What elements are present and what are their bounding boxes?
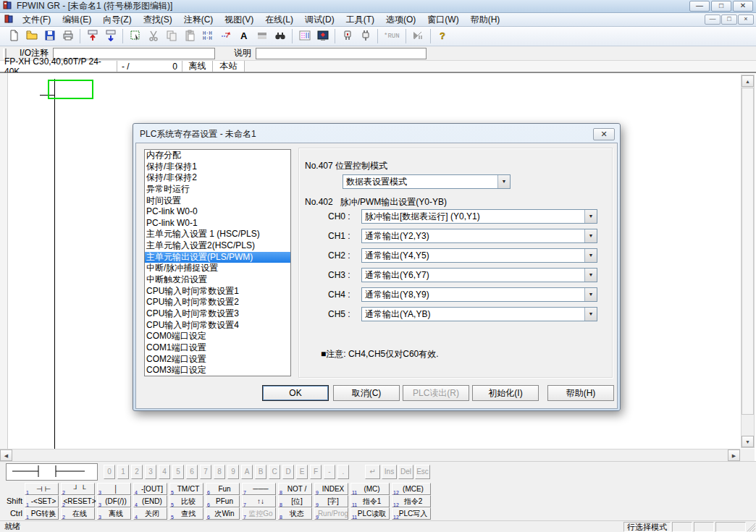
online-connect-button[interactable] bbox=[356, 28, 374, 45]
keypad-key[interactable]: - bbox=[324, 465, 335, 479]
register-category-list[interactable]: 内存分配 保持/非保持1 保持/非保持2 异常时运行 时间设置 PC-link … bbox=[144, 149, 291, 376]
dialog-button[interactable]: 帮助(H) bbox=[547, 385, 614, 401]
channel-combo[interactable]: 通常输出(Y8,Y9) ▼ bbox=[361, 287, 597, 302]
function-key[interactable]: 9 Run/Prog bbox=[314, 507, 348, 520]
dialog-titlebar[interactable]: PLC系统寄存器设置 - 未命名1 ✕ bbox=[135, 126, 618, 143]
child-restore-button[interactable]: □ bbox=[721, 14, 737, 25]
dropdown-arrow-icon[interactable]: ▼ bbox=[584, 288, 597, 301]
function-key[interactable]: 4 关闭 bbox=[133, 507, 167, 520]
register-list-item[interactable]: 保持/非保持2 bbox=[145, 172, 290, 184]
function-key[interactable]: 7 监控Go bbox=[242, 507, 276, 520]
register-list-item[interactable]: CPU输入时间常数设置2 bbox=[145, 297, 290, 308]
help-button[interactable]: ? bbox=[434, 28, 452, 45]
keypad-key[interactable]: 0 bbox=[104, 465, 115, 479]
function-key[interactable]: 9 [字] bbox=[314, 495, 348, 507]
keypad-key[interactable]: 1 bbox=[117, 465, 129, 479]
vertical-scrollbar[interactable]: ▲ ▼ bbox=[741, 75, 755, 448]
keypad-key[interactable]: ↵ bbox=[365, 465, 380, 479]
menu-item[interactable]: 文件(F) bbox=[17, 12, 56, 28]
child-minimize-button[interactable]: — bbox=[705, 14, 721, 25]
dropdown-arrow-icon[interactable]: ▼ bbox=[584, 249, 597, 262]
function-key[interactable]: 11 PLC读取 bbox=[350, 507, 390, 520]
block-comment-button[interactable] bbox=[253, 28, 271, 45]
function-key[interactable]: 7 ─── bbox=[242, 483, 276, 495]
function-key[interactable]: 6 次Win bbox=[206, 507, 240, 520]
description-input[interactable] bbox=[256, 48, 427, 59]
keypad-key[interactable]: F bbox=[310, 465, 322, 479]
save-button[interactable] bbox=[41, 28, 59, 45]
ladder-symbol-view-button[interactable] bbox=[295, 28, 314, 45]
function-key[interactable]: 3 离线 bbox=[97, 507, 131, 520]
horizontal-scrollbar[interactable]: ◀ ▶ bbox=[0, 449, 740, 461]
channel-combo[interactable]: 通常输出(Y6,Y7) ▼ bbox=[361, 268, 597, 282]
scroll-up-button[interactable]: ▲ bbox=[742, 75, 754, 87]
scroll-down-button[interactable]: ▼ bbox=[742, 436, 754, 447]
register-list-item[interactable]: COM1端口设置 bbox=[145, 342, 290, 354]
keypad-key[interactable]: 4 bbox=[159, 465, 170, 479]
register-list-item[interactable]: 中断触发沿设置 bbox=[145, 274, 290, 286]
dropdown-arrow-icon[interactable]: ▼ bbox=[584, 210, 597, 223]
dialog-button[interactable]: PLC读出(R) bbox=[403, 385, 469, 401]
keypad-key[interactable]: Del bbox=[398, 465, 413, 479]
keypad-key[interactable]: 6 bbox=[186, 465, 198, 479]
function-key[interactable]: 5 TM/CT bbox=[169, 483, 203, 495]
register-list-item[interactable]: COM3端口设定 bbox=[145, 365, 290, 376]
menu-item[interactable]: 调试(D) bbox=[299, 12, 340, 28]
io-monitor-button[interactable] bbox=[314, 28, 332, 45]
minimize-button[interactable]: — bbox=[689, 1, 710, 12]
channel-combo[interactable]: 通常输出(Y2,Y3) ▼ bbox=[361, 229, 597, 243]
keypad-key[interactable]: 7 bbox=[200, 465, 211, 479]
function-key[interactable]: 5 查找 bbox=[169, 507, 203, 520]
register-list-item[interactable]: 主单元输入设置 1 (HSC/PLS) bbox=[145, 229, 290, 240]
keypad-key[interactable]: A bbox=[241, 465, 253, 479]
function-key[interactable]: 6 Fun bbox=[206, 483, 240, 495]
resize-grip[interactable] bbox=[747, 523, 755, 531]
child-close-button[interactable]: × bbox=[738, 14, 754, 25]
function-key[interactable]: 2 <RESET> bbox=[61, 495, 95, 507]
channel-combo[interactable]: 通常输出(Y4,Y5) ▼ bbox=[361, 248, 597, 263]
keypad-key[interactable]: Esc bbox=[415, 465, 430, 479]
function-key[interactable]: 1 -<SET> bbox=[25, 495, 59, 507]
dialog-button[interactable]: 取消(C) bbox=[333, 385, 400, 401]
register-list-item[interactable]: 主单元输入设置2(HSC/PLS) bbox=[145, 240, 290, 252]
channel-combo[interactable]: 脉冲输出[数据表运行] (Y0,Y1) ▼ bbox=[361, 209, 597, 224]
jump-button[interactable] bbox=[217, 28, 235, 45]
function-key[interactable]: 12 (MCE) bbox=[392, 483, 431, 495]
keypad-key[interactable]: 8 bbox=[214, 465, 225, 479]
menu-item[interactable]: 查找(S) bbox=[138, 12, 178, 28]
new-file-button[interactable] bbox=[4, 28, 22, 45]
register-list-item[interactable]: CPU输入时间常数设置1 bbox=[145, 286, 290, 297]
function-key[interactable]: 4 -[OUT] bbox=[133, 483, 167, 495]
menu-item[interactable]: 窗口(W) bbox=[421, 12, 464, 28]
register-list-item[interactable]: 主单元输出设置(PLS/PWM) bbox=[145, 252, 290, 263]
function-key[interactable]: 11 (MC) bbox=[350, 483, 390, 495]
keypad-key[interactable]: 5 bbox=[172, 465, 184, 479]
maximize-button[interactable]: □ bbox=[711, 1, 731, 12]
open-file-button[interactable] bbox=[22, 28, 41, 45]
cut-button[interactable] bbox=[144, 28, 162, 45]
text-comment-button[interactable]: A bbox=[235, 28, 253, 45]
select-mode-button[interactable] bbox=[126, 28, 144, 45]
function-key[interactable]: 8 状态 bbox=[278, 507, 312, 520]
menu-item[interactable]: 视图(V) bbox=[219, 12, 259, 28]
keypad-key[interactable]: 2 bbox=[131, 465, 143, 479]
function-key[interactable]: 4 (END) bbox=[133, 495, 167, 507]
position-control-mode-combo[interactable]: 数据表设置模式 ▼ bbox=[343, 174, 511, 189]
channel-combo[interactable]: 通常输出(YA,YB) ▼ bbox=[361, 307, 597, 321]
function-key[interactable]: 7 ↑↓ bbox=[242, 495, 276, 507]
keypad-key[interactable]: D bbox=[282, 465, 294, 479]
function-key[interactable]: 8 NOT / bbox=[278, 483, 312, 495]
keypad-key[interactable]: . bbox=[337, 465, 349, 479]
function-key[interactable]: 1 ⊣ ⊢ bbox=[25, 483, 59, 495]
function-key[interactable]: 11 指令1 bbox=[350, 495, 390, 507]
dialog-button[interactable]: OK bbox=[262, 385, 329, 401]
dropdown-arrow-icon[interactable]: ▼ bbox=[584, 308, 597, 321]
upload-to-plc-button[interactable] bbox=[83, 28, 101, 45]
dropdown-arrow-icon[interactable]: ▼ bbox=[584, 229, 597, 242]
download-from-plc-button[interactable] bbox=[101, 28, 119, 45]
register-list-item[interactable]: COM2端口设置 bbox=[145, 354, 290, 366]
function-key[interactable]: 12 PLC写入 bbox=[392, 507, 431, 520]
copy-button[interactable] bbox=[162, 28, 180, 45]
function-key[interactable]: 2 ┘ └ bbox=[61, 483, 95, 495]
register-list-item[interactable]: PC-link W0-0 bbox=[145, 206, 290, 218]
